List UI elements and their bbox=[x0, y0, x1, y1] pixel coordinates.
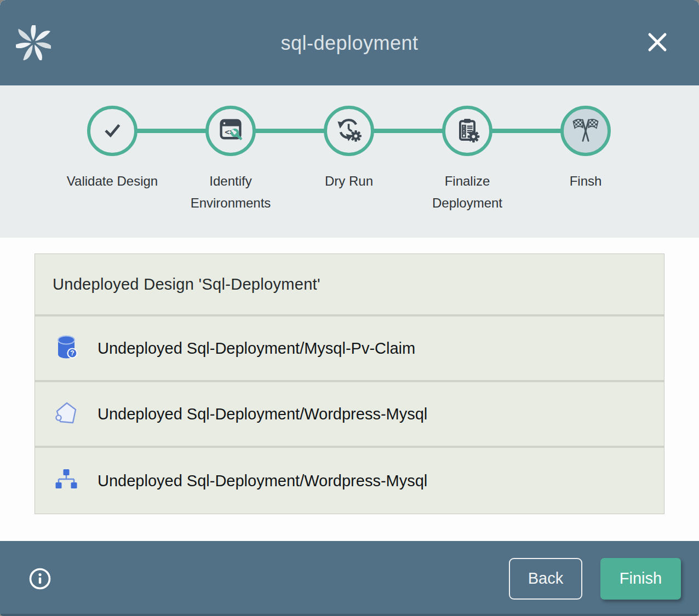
code-window-wrench-icon: <> bbox=[217, 116, 244, 146]
step-label: Identify Environments bbox=[183, 170, 278, 214]
step-circle-finish[interactable] bbox=[560, 106, 611, 156]
label-icon bbox=[53, 400, 79, 428]
step-dry-run: Dry Run bbox=[290, 85, 408, 214]
svg-text:?: ? bbox=[70, 349, 74, 357]
clipboard-gear-icon bbox=[454, 116, 481, 146]
step-circle-validate-design[interactable] bbox=[87, 106, 137, 156]
log-row: Undeployed Sql-Deployment/Wordpress-Mysq… bbox=[35, 448, 664, 514]
dialog-header: sql-deployment bbox=[0, 0, 699, 85]
log-row: ? Undeployed Sql-Deployment/Mysql-Pv-Cla… bbox=[35, 316, 664, 382]
checkered-flags-icon bbox=[571, 116, 600, 146]
dialog-title: sql-deployment bbox=[0, 32, 699, 55]
step-finish: Finsh bbox=[526, 85, 645, 214]
log-row-text: Undeployed Sql-Deployment/Mysql-Pv-Claim bbox=[98, 339, 415, 358]
dialog-footer: Back Finish bbox=[0, 541, 699, 616]
step-finalize-deployment: Finalize Deployment bbox=[408, 85, 526, 214]
log-row: Undeployed Sql-Deployment/Wordpress-Mysq… bbox=[35, 382, 664, 448]
step-validate-design: Validate Design bbox=[53, 85, 171, 214]
back-button[interactable]: Back bbox=[509, 558, 582, 600]
log-panel-header: Undeployed Design 'Sql-Deployment' bbox=[35, 254, 664, 316]
close-button[interactable] bbox=[645, 30, 669, 54]
history-gear-icon bbox=[335, 116, 363, 146]
step-identify-environments: <> Identify Environments bbox=[171, 85, 290, 214]
wizard-stepper: Validate Design <> bbox=[0, 85, 699, 238]
log-row-text: Undeployed Sql-Deployment/Wordpress-Mysq… bbox=[98, 405, 427, 423]
step-label: Dry Run bbox=[325, 170, 373, 192]
check-icon bbox=[99, 116, 126, 146]
step-circle-dry-run[interactable] bbox=[324, 106, 374, 156]
step-label: Finsh bbox=[570, 170, 602, 192]
step-circle-finalize-deployment[interactable] bbox=[442, 106, 492, 156]
dialog-content: Undeployed Design 'Sql-Deployment' ? Und… bbox=[0, 238, 699, 541]
close-icon bbox=[645, 48, 669, 56]
info-button[interactable] bbox=[28, 567, 52, 591]
info-icon bbox=[28, 584, 52, 592]
step-label: Finalize Deployment bbox=[420, 170, 515, 214]
step-label: Validate Design bbox=[67, 170, 158, 192]
step-circle-identify-environments[interactable]: <> bbox=[205, 106, 256, 156]
finish-button[interactable]: Finish bbox=[600, 558, 681, 600]
deployment-log-panel: Undeployed Design 'Sql-Deployment' ? Und… bbox=[35, 254, 664, 514]
log-row-text: Undeployed Sql-Deployment/Wordpress-Mysq… bbox=[98, 472, 427, 490]
tree-icon bbox=[53, 467, 79, 495]
deployment-dialog: sql-deployment Validate Design bbox=[0, 0, 699, 616]
database-icon: ? bbox=[53, 334, 79, 362]
